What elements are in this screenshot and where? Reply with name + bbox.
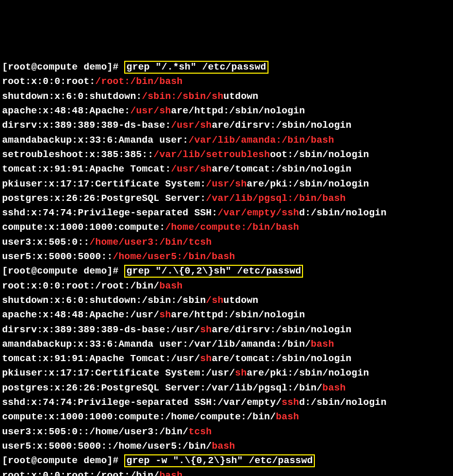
output-line: dirsrv:x:389:389:389-ds-base:/usr/share/… (2, 323, 453, 337)
output-segment: /usr/sh (206, 179, 247, 190)
output-segment: bash (311, 339, 334, 350)
output-segment: /var/lib/pgsql:/bin/bash (206, 193, 346, 204)
output-segment: are/tomcat:/sbin/nologin (212, 353, 351, 364)
output-segment: tomcat:x:91:91:Apache Tomcat: (2, 164, 171, 175)
output-line: compute:x:1000:1000:compute:/home/comput… (2, 220, 453, 235)
output-segment: user3:x:505:0::/home/user3:/bin/ (2, 427, 189, 437)
output-segment: sshd:x:74:74:Privilege-separated SSH:/va… (2, 397, 282, 408)
output-segment: are/dirsrv:/sbin/nologin (212, 120, 351, 131)
output-segment: setroubleshoot:x:385:385:: (2, 149, 154, 160)
output-segment: shutdown:x:6:0:shutdown:/sbin:/sbin (2, 295, 206, 306)
output-segment: dirsrv:x:389:389:389-ds-base:/usr/ (2, 325, 200, 335)
output-segment: pkiuser:x:17:17:Certificate System:/usr/ (2, 368, 235, 379)
output-line: shutdown:x:6:0:shutdown:/sbin:/sbin/shut… (2, 294, 453, 308)
output-segment: tcsh (189, 427, 212, 437)
output-line: root:x:0:0:root:/root:/bin/bash (2, 75, 453, 89)
output-line: pkiuser:x:17:17:Certificate System:/usr/… (2, 177, 453, 192)
output-segment: sh (200, 353, 212, 364)
output-segment: /home/compute:/bin/bash (165, 222, 299, 233)
output-segment: oot:/sbin/nologin (270, 149, 369, 160)
output-segment: compute:x:1000:1000:compute:/home/comput… (2, 412, 276, 422)
output-segment: /home/user3:/bin/tcsh (90, 237, 212, 248)
output-segment: bash (159, 470, 182, 477)
output-segment: utdown (223, 295, 258, 306)
output-segment: amandabackup:x:33:6:Amanda user: (2, 135, 189, 146)
shell-prompt: [root@compute demo]# (2, 455, 124, 466)
output-segment: /root:/bin/bash (95, 76, 183, 87)
output-segment: apache:x:48:48:Apache:/usr/ (2, 310, 159, 320)
output-segment: /sh (206, 295, 224, 306)
output-segment: tomcat:x:91:91:Apache Tomcat:/usr/ (2, 353, 200, 364)
output-segment: root:x:0:0:root:/root:/bin/ (2, 281, 159, 292)
output-segment: user5:x:5000:5000::/home/user5:/bin/ (2, 441, 212, 452)
output-segment: postgres:x:26:26:PostgreSQL Server:/var/… (2, 383, 323, 394)
output-segment: are/pki:/sbin/nologin (247, 179, 369, 190)
output-segment: /home/user5:/bin/bash (113, 251, 235, 262)
output-segment: ssh (282, 397, 299, 408)
output-segment: /usr/sh (130, 106, 171, 116)
output-line: root:x:0:0:root:/root:/bin/bash (2, 469, 453, 477)
output-segment: sh (159, 310, 171, 320)
output-line: sshd:x:74:74:Privilege-separated SSH:/va… (2, 396, 453, 410)
output-segment: /var/lib/amanda:/bin/bash (189, 135, 334, 146)
output-segment: user5:x:5000:5000:: (2, 251, 113, 262)
output-segment: pkiuser:x:17:17:Certificate System: (2, 179, 206, 190)
output-line: pkiuser:x:17:17:Certificate System:/usr/… (2, 366, 453, 381)
output-line: setroubleshoot:x:385:385::/var/lib/setro… (2, 148, 453, 162)
output-segment: are/httpd:/sbin/nologin (171, 106, 305, 116)
output-segment: bash (212, 441, 235, 452)
output-segment: root:x:0:0:root:/root:/bin/ (2, 470, 159, 477)
command-highlight-box: grep "/.*sh" /etc/passwd (124, 61, 268, 74)
output-line: tomcat:x:91:91:Apache Tomcat:/usr/share/… (2, 162, 453, 177)
output-segment: bash (159, 281, 182, 292)
output-segment: compute:x:1000:1000:compute: (2, 222, 165, 233)
prompt-line: [root@compute demo]# grep -w ".\{0,2\}sh… (2, 454, 453, 468)
output-line: apache:x:48:48:Apache:/usr/share/httpd:/… (2, 308, 453, 322)
output-segment: sh (200, 325, 212, 335)
output-segment: are/httpd:/sbin/nologin (171, 310, 305, 320)
output-segment: shutdown:x:6:0:shutdown: (2, 91, 142, 102)
output-segment: are/tomcat:/sbin/nologin (212, 164, 351, 175)
output-line: user5:x:5000:5000::/home/user5:/bin/bash (2, 250, 453, 264)
output-line: amandabackup:x:33:6:Amanda user:/var/lib… (2, 337, 453, 352)
output-line: tomcat:x:91:91:Apache Tomcat:/usr/share/… (2, 352, 453, 366)
output-line: dirsrv:x:389:389:389-ds-base:/usr/share/… (2, 118, 453, 133)
terminal-output: [root@compute demo]# grep "/.*sh" /etc/p… (2, 60, 453, 476)
output-segment: apache:x:48:48:Apache: (2, 106, 130, 116)
output-segment: postgres:x:26:26:PostgreSQL Server: (2, 193, 206, 204)
output-line: user3:x:505:0::/home/user3:/bin/tcsh (2, 235, 453, 250)
output-line: sshd:x:74:74:Privilege-separated SSH:/va… (2, 206, 453, 220)
output-segment: root:x:0:0:root: (2, 76, 95, 87)
output-segment: utdown (223, 91, 258, 102)
output-line: apache:x:48:48:Apache:/usr/share/httpd:/… (2, 104, 453, 118)
output-segment: are/dirsrv:/sbin/nologin (212, 325, 351, 335)
output-line: shutdown:x:6:0:shutdown:/sbin:/sbin/shut… (2, 90, 453, 104)
output-segment: /usr/sh (171, 120, 212, 131)
output-segment: user3:x:505:0:: (2, 237, 90, 248)
output-line: user3:x:505:0::/home/user3:/bin/tcsh (2, 425, 453, 439)
output-segment: /var/empty/ssh (217, 208, 299, 218)
output-segment: d:/sbin/nologin (299, 208, 387, 218)
prompt-line: [root@compute demo]# grep "/.\{0,2\}sh" … (2, 264, 453, 279)
shell-prompt: [root@compute demo]# (2, 266, 124, 277)
output-segment: bash (323, 383, 346, 394)
output-segment: d:/sbin/nologin (299, 397, 387, 408)
output-segment: amandabackup:x:33:6:Amanda user:/var/lib… (2, 339, 311, 350)
output-line: root:x:0:0:root:/root:/bin/bash (2, 279, 453, 294)
output-segment: /sbin:/sbin/sh (142, 91, 223, 102)
output-segment: sshd:x:74:74:Privilege-separated SSH: (2, 208, 217, 218)
command-highlight-box: grep "/.\{0,2\}sh" /etc/passwd (124, 265, 303, 278)
output-segment: /usr/sh (171, 164, 212, 175)
output-line: postgres:x:26:26:PostgreSQL Server:/var/… (2, 192, 453, 206)
output-line: user5:x:5000:5000::/home/user5:/bin/bash (2, 439, 453, 454)
output-segment: bash (276, 412, 299, 422)
output-segment: dirsrv:x:389:389:389-ds-base: (2, 120, 171, 131)
output-segment: sh (235, 368, 247, 379)
output-line: amandabackup:x:33:6:Amanda user:/var/lib… (2, 133, 453, 148)
output-segment: /var/lib/setroublesh (154, 149, 270, 160)
output-segment: are/pki:/sbin/nologin (247, 368, 369, 379)
output-line: compute:x:1000:1000:compute:/home/comput… (2, 410, 453, 424)
output-line: postgres:x:26:26:PostgreSQL Server:/var/… (2, 381, 453, 396)
shell-prompt: [root@compute demo]# (2, 62, 124, 73)
prompt-line: [root@compute demo]# grep "/.*sh" /etc/p… (2, 60, 453, 75)
